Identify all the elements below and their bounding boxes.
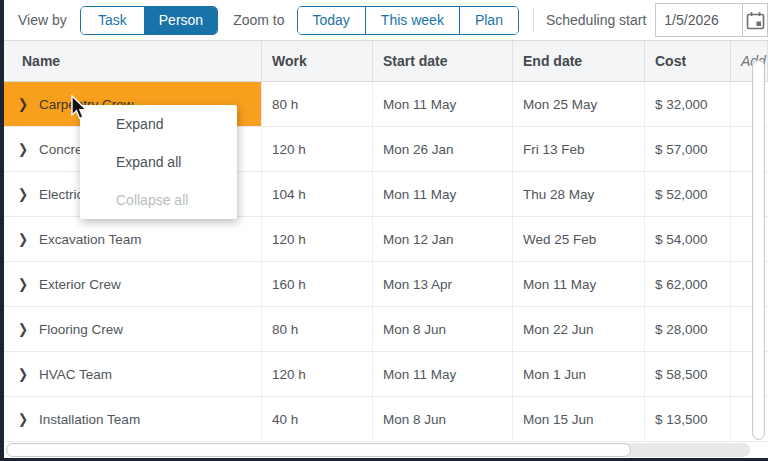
start-date-cell[interactable]: Mon 12 Jan	[373, 217, 513, 261]
context-menu: Expand Expand all Collapse all	[80, 105, 237, 219]
cost-cell[interactable]: $ 62,000	[645, 262, 731, 306]
table-row[interactable]: ❯ HVAC Team 120 h Mon 11 May Mon 1 Jun $…	[4, 352, 768, 397]
cost-cell[interactable]: $ 28,000	[645, 307, 731, 351]
app-window: View by Task Person Zoom to Today This w…	[0, 0, 768, 461]
expand-chevron-icon[interactable]: ❯	[18, 277, 28, 291]
start-date-cell[interactable]: Mon 13 Apr	[373, 262, 513, 306]
resource-name: Exterior Crew	[39, 277, 121, 292]
cost-cell[interactable]: $ 32,000	[645, 82, 731, 126]
zoom-plan-button[interactable]: Plan	[459, 7, 518, 34]
start-date-cell[interactable]: Mon 8 Jun	[373, 397, 513, 441]
column-header-cost[interactable]: Cost	[645, 41, 731, 81]
end-date-cell[interactable]: Thu 28 May	[513, 172, 645, 216]
end-date-cell[interactable]: Mon 11 May	[513, 262, 645, 306]
menu-item-expand[interactable]: Expand	[80, 105, 237, 143]
table-row[interactable]: ❯ Flooring Crew 80 h Mon 8 Jun Mon 22 Ju…	[4, 307, 768, 352]
table-row[interactable]: ❯ Installation Team 40 h Mon 8 Jun Mon 1…	[4, 397, 768, 442]
end-date-cell[interactable]: Mon 22 Jun	[513, 307, 645, 351]
work-cell[interactable]: 80 h	[262, 82, 373, 126]
end-date-cell[interactable]: Mon 25 May	[513, 82, 645, 126]
app-dark-edge-left	[0, 0, 4, 461]
grid-header: Name Work Start date End date Cost Add n…	[4, 41, 768, 82]
horizontal-scrollbar-track[interactable]	[6, 443, 750, 457]
work-cell[interactable]: 120 h	[262, 127, 373, 171]
zoom-today-button[interactable]: Today	[298, 7, 365, 34]
zoom-button-group: Today This week Plan	[297, 6, 519, 35]
cost-cell[interactable]: $ 54,000	[645, 217, 731, 261]
expand-chevron-icon[interactable]: ❯	[18, 367, 28, 381]
cost-cell[interactable]: $ 13,500	[645, 397, 731, 441]
resource-name: HVAC Team	[39, 367, 112, 382]
menu-item-collapse-all: Collapse all	[80, 181, 237, 219]
expand-chevron-icon[interactable]: ❯	[18, 187, 28, 201]
start-date-cell[interactable]: Mon 11 May	[373, 352, 513, 396]
column-header-start-date[interactable]: Start date	[373, 41, 513, 81]
name-cell[interactable]: ❯ HVAC Team	[4, 352, 262, 396]
menu-item-expand-all[interactable]: Expand all	[80, 143, 237, 181]
resource-name: Flooring Crew	[39, 322, 123, 337]
name-cell[interactable]: ❯ Installation Team	[4, 397, 262, 441]
column-header-work[interactable]: Work	[262, 41, 373, 81]
cost-cell[interactable]: $ 52,000	[645, 172, 731, 216]
start-date-cell[interactable]: Mon 8 Jun	[373, 307, 513, 351]
view-by-label: View by	[18, 12, 67, 28]
expand-chevron-icon[interactable]: ❯	[18, 142, 28, 156]
end-date-cell[interactable]: Wed 25 Feb	[513, 217, 645, 261]
zoom-to-label: Zoom to	[233, 12, 284, 28]
work-cell[interactable]: 160 h	[262, 262, 373, 306]
view-by-toggle: Task Person	[80, 6, 218, 35]
scheduling-start-datefield	[655, 3, 768, 37]
resource-name: Installation Team	[39, 412, 140, 427]
calendar-picker-button[interactable]	[742, 4, 767, 36]
vertical-scrollbar-thumb[interactable]	[752, 60, 765, 440]
scheduling-start-label: Scheduling start	[546, 12, 646, 28]
name-cell[interactable]: ❯ Excavation Team	[4, 217, 262, 261]
horizontal-scrollbar-thumb[interactable]	[6, 443, 631, 457]
work-cell[interactable]: 40 h	[262, 397, 373, 441]
end-date-cell[interactable]: Fri 13 Feb	[513, 127, 645, 171]
view-by-person-button[interactable]: Person	[144, 7, 217, 34]
view-by-task-button[interactable]: Task	[81, 7, 144, 34]
expand-chevron-icon[interactable]: ❯	[18, 232, 28, 246]
work-cell[interactable]: 120 h	[262, 352, 373, 396]
cost-cell[interactable]: $ 57,000	[645, 127, 731, 171]
end-date-cell[interactable]: Mon 1 Jun	[513, 352, 645, 396]
resource-grid: Name Work Start date End date Cost Add n…	[4, 41, 768, 458]
resource-name: Excavation Team	[39, 232, 142, 247]
expand-chevron-icon[interactable]: ❯	[18, 97, 28, 111]
column-header-end-date[interactable]: End date	[513, 41, 645, 81]
end-date-cell[interactable]: Mon 15 Jun	[513, 397, 645, 441]
scheduling-start-input[interactable]	[656, 4, 742, 36]
zoom-this-week-button[interactable]: This week	[365, 7, 459, 34]
cost-cell[interactable]: $ 58,500	[645, 352, 731, 396]
work-cell[interactable]: 104 h	[262, 172, 373, 216]
start-date-cell[interactable]: Mon 11 May	[373, 82, 513, 126]
calendar-icon	[746, 11, 765, 30]
expand-chevron-icon[interactable]: ❯	[18, 412, 28, 426]
toolbar: View by Task Person Zoom to Today This w…	[4, 0, 768, 41]
table-row[interactable]: ❯ Exterior Crew 160 h Mon 13 Apr Mon 11 …	[4, 262, 768, 307]
table-row[interactable]: ❯ Excavation Team 120 h Mon 12 Jan Wed 2…	[4, 217, 768, 262]
column-header-name[interactable]: Name	[4, 41, 262, 81]
name-cell[interactable]: ❯ Flooring Crew	[4, 307, 262, 351]
work-cell[interactable]: 80 h	[262, 307, 373, 351]
name-cell[interactable]: ❯ Exterior Crew	[4, 262, 262, 306]
start-date-cell[interactable]: Mon 26 Jan	[373, 127, 513, 171]
work-cell[interactable]: 120 h	[262, 217, 373, 261]
expand-chevron-icon[interactable]: ❯	[18, 322, 28, 336]
toolbar-separator	[533, 8, 534, 33]
start-date-cell[interactable]: Mon 11 May	[373, 172, 513, 216]
